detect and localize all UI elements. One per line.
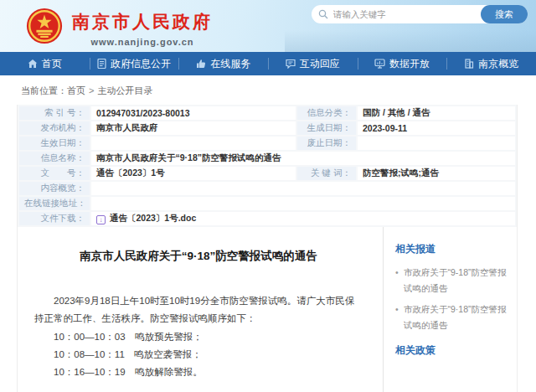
main-nav: 首页 政府信息公开 在线服务 互动回应 数据 xyxy=(0,52,536,75)
table-row: 在线链接地址： xyxy=(18,196,516,211)
table-row: 内容概览： xyxy=(18,181,516,196)
file-download-cell: ↓通告〔2023〕1号.doc xyxy=(90,211,516,226)
breadcrumb-home-link[interactable]: 首页 xyxy=(67,85,85,95)
publisher-label: 发布机构： xyxy=(18,121,90,136)
schedule-line: 10：00—10：03 鸣放预先警报； xyxy=(34,328,363,346)
abolish-date-label: 废止日期： xyxy=(296,136,357,151)
online-link-label: 在线链接地址： xyxy=(18,196,90,211)
home-icon xyxy=(28,59,38,69)
effective-date-label: 生效日期： xyxy=(18,136,90,151)
breadcrumb-separator: > xyxy=(89,85,94,95)
info-name-label: 信息名称： xyxy=(18,151,90,166)
nav-label: 在线服务 xyxy=(210,57,250,71)
category-value: 国防 / 其他 / 通告 xyxy=(357,106,516,121)
search-button[interactable]: 搜索 xyxy=(481,5,528,23)
download-file-link[interactable]: 通告〔2023〕1号.doc xyxy=(110,213,196,223)
search-bar[interactable]: 搜索 xyxy=(312,5,528,23)
index-number-value: 012947031/2023-80013 xyxy=(90,106,296,121)
table-row: 文件下载： ↓通告〔2023〕1号.doc xyxy=(18,211,516,226)
keywords-value: 防空警报;试鸣;通告 xyxy=(357,166,516,181)
speech-bubble-icon xyxy=(286,59,296,69)
article-paragraph: 2023年9月18日上午10时至10时19分全市防空警报试鸣。请广大市民保持正常… xyxy=(34,292,363,328)
article: 南京市人民政府关于“9·18”防空警报试鸣的通告 2023年9月18日上午10时… xyxy=(18,227,383,392)
monitor-icon xyxy=(374,59,385,69)
site-logo[interactable]: 南京市人民政府 www.nanjing.gov.cn xyxy=(25,7,213,47)
site-url: www.nanjing.gov.cn xyxy=(72,37,213,47)
nav-item-home[interactable]: 首页 xyxy=(0,52,90,75)
nav-item-overview[interactable]: 南京概览 xyxy=(446,52,536,75)
breadcrumb-prefix: 当前位置： xyxy=(21,85,67,95)
publisher-value: 南京市人民政府 xyxy=(90,121,296,136)
site-title-block: 南京市人民政府 www.nanjing.gov.cn xyxy=(72,7,213,47)
table-row: 信息名称： 南京市人民政府关于“9·18”防空警报试鸣的通告 xyxy=(18,151,516,166)
thumbs-up-icon xyxy=(196,59,206,69)
nav-item-open-data[interactable]: 数据开放 xyxy=(358,52,447,75)
nav-label: 政府信息公开 xyxy=(111,57,171,71)
related-sidebar: 相关报道 市政府关于“9-18”防空警报试鸣的通告 市政府关于“9·18”防空警… xyxy=(383,227,517,392)
nav-label: 南京概览 xyxy=(478,57,518,71)
related-reports-title[interactable]: 相关报道 xyxy=(395,242,507,256)
schedule-line: 10：16—10：19 鸣放解除警报。 xyxy=(34,364,363,381)
related-policies-title[interactable]: 相关政策 xyxy=(395,343,507,358)
download-icon: ↓ xyxy=(96,215,106,224)
breadcrumb: 当前位置：首页>主动公开目录 xyxy=(0,75,536,105)
list-item[interactable]: 市政府关于“9·18”防空警报试鸣的通告 xyxy=(395,302,507,333)
table-row: 索 引 号： 012947031/2023-80013 信息分类： 国防 / 其… xyxy=(18,106,516,121)
search-input[interactable] xyxy=(328,9,481,19)
list-item[interactable]: 市政府关于“9-18”防空警报试鸣的通告 xyxy=(395,265,507,297)
search-icon xyxy=(318,9,328,19)
doc-number-value: 通告〔2023〕1号 xyxy=(90,166,296,181)
doc-number-label: 文 号： xyxy=(18,166,90,181)
national-emblem-icon xyxy=(25,7,64,45)
document-icon xyxy=(97,59,106,69)
content-box: 索 引 号： 012947031/2023-80013 信息分类： 国防 / 其… xyxy=(17,105,518,392)
document-meta-table: 索 引 号： 012947031/2023-80013 信息分类： 国防 / 其… xyxy=(18,105,517,227)
nav-item-interaction[interactable]: 互动回应 xyxy=(268,52,358,75)
abolish-date-value xyxy=(357,136,516,151)
breadcrumb-current: 主动公开目录 xyxy=(97,85,152,95)
site-banner: 南京市人民政府 www.nanjing.gov.cn 搜索 xyxy=(0,0,536,52)
nav-item-gov-info[interactable]: 政府信息公开 xyxy=(90,52,179,75)
summary-value xyxy=(90,181,516,196)
nav-label: 数据开放 xyxy=(389,57,430,71)
lower-section: 南京市人民政府关于“9·18”防空警报试鸣的通告 2023年9月18日上午10时… xyxy=(18,227,517,392)
file-download-label: 文件下载： xyxy=(18,211,90,226)
index-number-label: 索 引 号： xyxy=(18,106,90,121)
create-date-value: 2023-09-11 xyxy=(357,121,516,136)
schedule-line: 10：08—10：11 鸣放空袭警报； xyxy=(34,346,363,364)
effective-date-value xyxy=(90,136,296,151)
nav-label: 互动回应 xyxy=(300,57,340,71)
table-row: 文 号： 通告〔2023〕1号 关 键 词： 防空警报;试鸣;通告 xyxy=(18,166,516,181)
summary-label: 内容概览： xyxy=(18,181,90,196)
article-title: 南京市人民政府关于“9·18”防空警报试鸣的通告 xyxy=(34,249,363,264)
site-name: 南京市人民政府 xyxy=(72,10,213,34)
keywords-label: 关 键 词： xyxy=(296,166,357,181)
online-link-value xyxy=(90,196,516,211)
category-label: 信息分类： xyxy=(296,106,357,121)
create-date-label: 生成日期： xyxy=(296,121,357,136)
building-icon xyxy=(464,59,474,69)
nav-item-online-services[interactable]: 在线服务 xyxy=(178,52,268,75)
table-row: 生效日期： 废止日期： xyxy=(18,136,516,151)
info-name-value: 南京市人民政府关于“9·18”防空警报试鸣的通告 xyxy=(90,151,516,166)
nav-label: 首页 xyxy=(42,57,62,71)
related-reports-list: 市政府关于“9-18”防空警报试鸣的通告 市政府关于“9·18”防空警报试鸣的通… xyxy=(395,265,507,333)
table-row: 发布机构： 南京市人民政府 生成日期： 2023-09-11 xyxy=(18,121,516,136)
